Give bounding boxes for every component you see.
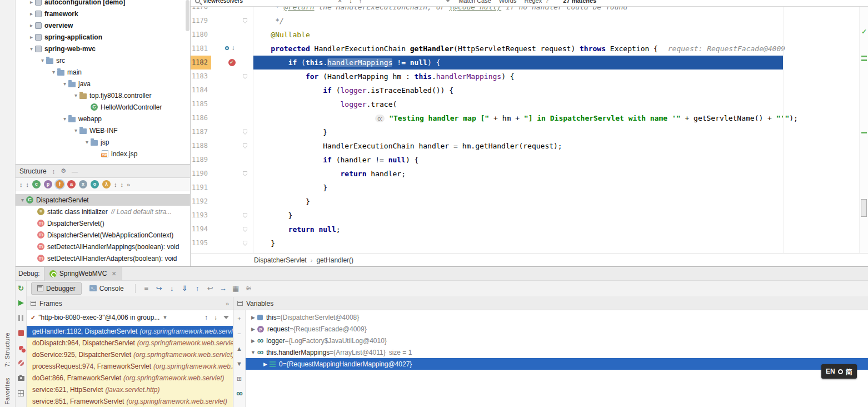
gutter-line-1183[interactable]: 1183 bbox=[191, 70, 253, 83]
gutter-line-1189[interactable]: 1189 bbox=[191, 153, 253, 167]
frame-row-doservice-925[interactable]: doService:925, DispatcherServlet(org.spr… bbox=[27, 349, 233, 361]
stripe-mark[interactable] bbox=[861, 56, 867, 57]
tab-console[interactable]: >_ Console bbox=[84, 282, 129, 295]
thread-selector[interactable]: ✓ "http-bio-8080-exec-3"@4,006 in group.… bbox=[27, 310, 233, 325]
structure-item-setdetectallhandlermappings-boolean-void[interactable]: msetDetectAllHandlerMappings(boolean): v… bbox=[16, 241, 190, 252]
filter-c-button[interactable]: c bbox=[32, 180, 41, 188]
force-step-into-icon[interactable]: ⇓ bbox=[179, 282, 190, 295]
sort-icon[interactable]: ↕ bbox=[19, 181, 23, 188]
tree-item-src[interactable]: ▾src bbox=[16, 54, 190, 66]
variable-row-logger[interactable]: ▶oologger = {LogFactory$JavaUtilLog@4010… bbox=[246, 335, 868, 346]
structure-item-static-class-initializer[interactable]: ≡static class initializer// Load default… bbox=[16, 206, 190, 217]
view-options-icon[interactable]: ≡ bbox=[141, 282, 152, 295]
add-watch-icon[interactable]: + bbox=[237, 315, 241, 322]
code-line-1181[interactable]: protected HandlerExecutionChain getHandl… bbox=[253, 42, 859, 56]
code-line-1190[interactable]: return handler; bbox=[253, 167, 859, 181]
code-line-1185[interactable]: logger.trace( bbox=[253, 97, 859, 111]
gutter-line-1195[interactable]: 1195 bbox=[191, 236, 253, 250]
structure-item-dispatcherservlet[interactable]: ▾CDispatcherServlet bbox=[16, 194, 190, 206]
code-line-1189[interactable]: if (handler != null) { bbox=[253, 153, 859, 167]
gutter-line-1187[interactable]: 1187 bbox=[191, 125, 253, 139]
clear-search-icon[interactable]: ✕ bbox=[337, 0, 342, 4]
rerun-icon[interactable]: ↻ bbox=[17, 284, 25, 292]
sort-icon[interactable]: » bbox=[127, 181, 130, 188]
variable-row-this-handlermappings[interactable]: ▼oothis.handlerMappings = {ArrayList@401… bbox=[246, 346, 868, 358]
structure-item-setdetectallhandleradapters-boolean-void[interactable]: msetDetectAllHandlerAdapters(boolean): v… bbox=[16, 252, 190, 264]
filter-f-button[interactable]: f bbox=[56, 180, 64, 188]
gear-icon[interactable]: ⚙ bbox=[61, 167, 66, 175]
tree-item-index-jsp[interactable]: index.jsp bbox=[16, 148, 190, 160]
tree-item-autoconfiguration-demo[interactable]: ▸autoconfiguration [demo] bbox=[16, 0, 190, 8]
gutter-line-1185[interactable]: 1185 bbox=[191, 97, 253, 111]
tree-item-java[interactable]: ▾java bbox=[16, 78, 190, 90]
stripe-mark[interactable] bbox=[861, 59, 867, 61]
match-case-toggle[interactable]: Match Case bbox=[458, 0, 491, 4]
duplicate-watch-icon[interactable]: ⊞ bbox=[237, 375, 242, 383]
close-tab-icon[interactable]: ✕ bbox=[112, 270, 117, 277]
gutter-line-1188[interactable]: 1188 bbox=[191, 139, 253, 153]
gutter-line-1186[interactable]: 1186 bbox=[191, 111, 253, 125]
prev-match-icon[interactable]: ↑ bbox=[359, 0, 362, 4]
favorites-stripe-button[interactable]: Favorites bbox=[4, 378, 11, 405]
pause-icon[interactable] bbox=[17, 314, 25, 322]
filter-o-button[interactable]: o bbox=[91, 180, 99, 188]
sort-icon[interactable]: ↕ bbox=[114, 181, 117, 188]
code-line-1183[interactable]: for (HandlerMapping hm : this.handlerMap… bbox=[253, 70, 859, 83]
settings-icon[interactable]: ≋ bbox=[243, 282, 254, 295]
tree-item-framework[interactable]: ▸framework bbox=[16, 8, 190, 19]
expand-all-icon[interactable]: ↕ bbox=[52, 168, 56, 175]
filter-x-button[interactable]: x bbox=[79, 180, 87, 188]
sort-icon[interactable]: ↕ bbox=[26, 181, 29, 188]
regex-toggle[interactable]: Regex bbox=[524, 0, 542, 4]
next-frame-icon[interactable]: ↓ bbox=[214, 314, 217, 321]
editor-scrollbar[interactable]: ✓ bbox=[859, 0, 868, 253]
gutter-line-1182[interactable]: 1182 bbox=[191, 56, 253, 70]
code-editor[interactable]: 1178 * @return the HandlerExecutionChain… bbox=[190, 0, 868, 253]
session-tab-springwebmvc[interactable]: SpringWebMVC ✕ bbox=[44, 267, 122, 281]
tree-item-main[interactable]: ▾main bbox=[16, 66, 190, 78]
filter-p-button[interactable]: p bbox=[44, 180, 52, 188]
remove-watch-icon[interactable]: − bbox=[237, 330, 241, 337]
run-to-cursor-icon[interactable]: → bbox=[218, 282, 228, 295]
filter-a-button[interactable]: a bbox=[67, 180, 76, 188]
move-watch-up-icon[interactable]: ▲ bbox=[236, 345, 242, 353]
step-out-icon[interactable]: ↑ bbox=[192, 282, 203, 295]
resume-icon[interactable] bbox=[17, 299, 25, 307]
code-line-1192[interactable]: } bbox=[253, 195, 859, 209]
show-watches-icon[interactable]: oo bbox=[236, 390, 242, 398]
code-line-1184[interactable]: if (logger.isTraceEnabled()) { bbox=[253, 83, 859, 97]
screenshot-icon[interactable] bbox=[17, 374, 25, 382]
code-line-1179[interactable]: */ bbox=[253, 14, 859, 28]
regex-help-icon[interactable]: ? bbox=[545, 0, 548, 4]
gutter-line-1180[interactable]: 1180 bbox=[191, 28, 253, 42]
tree-item-helloworldcontroller[interactable]: CHelloWorldController bbox=[16, 101, 190, 113]
tree-item-spring-web-mvc[interactable]: ▾spring-web-mvc bbox=[16, 43, 190, 54]
search-input[interactable]: viewResolvers bbox=[203, 0, 243, 4]
inspection-status-icon[interactable]: ✓ bbox=[861, 28, 867, 36]
gutter-line-1190[interactable]: 1190 bbox=[191, 167, 253, 181]
structure-item-dispatcherservlet[interactable]: mDispatcherServlet() bbox=[16, 217, 190, 229]
variable-row-0[interactable]: ▶0 = {RequestMappingHandlerMapping@4027} bbox=[246, 358, 868, 370]
frame-row-gethandler-1182[interactable]: getHandler:1182, DispatcherServlet(org.s… bbox=[27, 326, 233, 337]
gutter-line-1179[interactable]: 1179 bbox=[191, 14, 253, 28]
tab-debugger[interactable]: Debugger bbox=[31, 282, 82, 295]
breadcrumb-item-gethandler[interactable]: getHandler() bbox=[316, 256, 353, 264]
frame-row-doget-866[interactable]: doGet:866, FrameworkServlet(org.springfr… bbox=[27, 373, 233, 384]
drop-frame-icon[interactable]: ↩ bbox=[205, 282, 216, 295]
prev-frame-icon[interactable]: ↑ bbox=[204, 314, 208, 321]
gutter-line-1194[interactable]: 1194 bbox=[191, 222, 253, 236]
structure-item-dispatcherservlet-webapplicationcontext[interactable]: mDispatcherServlet(WebApplicationContext… bbox=[16, 229, 190, 241]
search-filter-icon[interactable] bbox=[445, 0, 451, 2]
stripe-mark[interactable] bbox=[861, 132, 867, 133]
code-line-1195[interactable]: } bbox=[253, 236, 859, 250]
frame-row-processrequest-974[interactable]: processRequest:974, FrameworkServlet(org… bbox=[27, 361, 233, 373]
variable-row-request[interactable]: ▶prequest = {RequestFacade@4009} bbox=[246, 323, 868, 335]
gutter-line-1181[interactable]: 1181 bbox=[191, 42, 253, 56]
frame-row-dodispatch-964[interactable]: doDispatch:964, DispatcherServlet(org.sp… bbox=[27, 337, 233, 349]
tree-item-spring-application[interactable]: ▸spring-application bbox=[16, 31, 190, 43]
code-line-1187[interactable]: } bbox=[253, 125, 859, 139]
frame-row-service-621[interactable]: service:621, HttpServlet(javax.servlet.h… bbox=[27, 384, 233, 396]
mute-breakpoints-icon[interactable] bbox=[17, 359, 25, 367]
ime-indicator[interactable]: EN 简 bbox=[821, 364, 857, 379]
code-line-1182[interactable]: if (this.handlerMappings != null) { bbox=[253, 56, 859, 70]
